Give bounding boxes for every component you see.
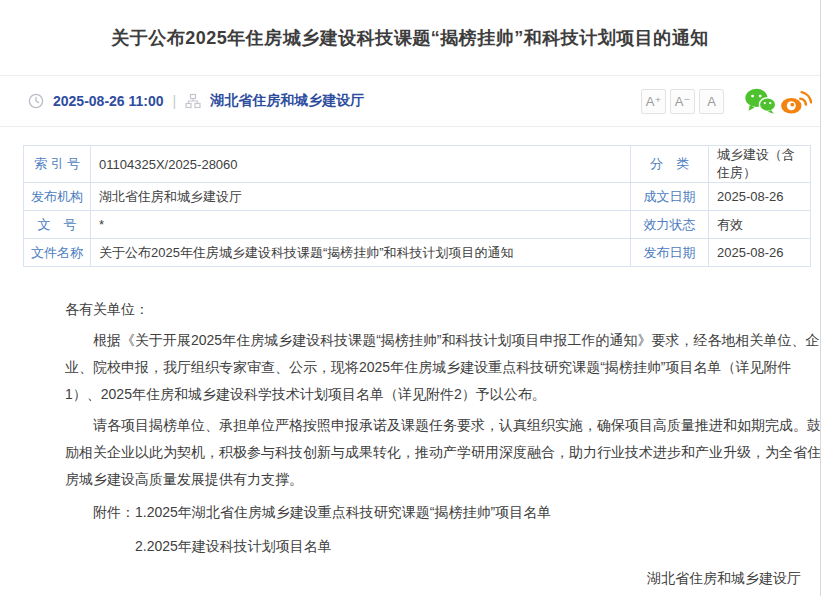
sitemap-icon bbox=[185, 93, 201, 109]
attachments-label: 附件： bbox=[93, 504, 135, 520]
title-bar: 关于公布2025年住房城乡建设科技课题“揭榜挂帅”和科技计划项目的通知 bbox=[0, 0, 820, 76]
salutation: 各有关单位： bbox=[65, 296, 821, 323]
index-number-value: 01104325X/2025-28060 bbox=[91, 146, 631, 183]
font-reset-button[interactable]: A bbox=[699, 89, 724, 114]
table-row: 索 引 号 01104325X/2025-28060 分 类 城乡建设（含住房） bbox=[24, 146, 811, 183]
document-number-value: * bbox=[91, 211, 631, 239]
document-body: 各有关单位： 根据《关于开展2025年住房城乡建设科技课题“揭榜挂帅”和科技计划… bbox=[0, 267, 831, 596]
document-title-label: 文件名称 bbox=[24, 239, 91, 267]
validity-status-value: 有效 bbox=[709, 211, 811, 239]
document-info-table: 索 引 号 01104325X/2025-28060 分 类 城乡建设（含住房）… bbox=[23, 145, 811, 267]
table-row: 发布机构 湖北省住房和城乡建设厅 成文日期 2025-08-26 bbox=[24, 183, 811, 211]
font-decrease-button[interactable]: A⁻ bbox=[670, 89, 695, 114]
table-row: 文 号 * 效力状态 有效 bbox=[24, 211, 811, 239]
clock-icon bbox=[28, 93, 44, 109]
publish-date-value: 2025-08-26 bbox=[709, 239, 811, 267]
meta-separator: | bbox=[173, 93, 177, 109]
index-number-label: 索 引 号 bbox=[24, 146, 91, 183]
document-number-label: 文 号 bbox=[24, 211, 91, 239]
document-title-value: 关于公布2025年住房城乡建设科技课题“揭榜挂帅”和科技计划项目的通知 bbox=[91, 239, 631, 267]
attachment-item: 1.2025年湖北省住房城乡建设重点科技研究课题“揭榜挂帅”项目名单 bbox=[135, 504, 551, 520]
publish-datetime: 2025-08-26 11:00 bbox=[53, 93, 164, 109]
font-increase-button[interactable]: A⁺ bbox=[641, 89, 666, 114]
written-date-label: 成文日期 bbox=[631, 183, 709, 211]
wechat-share-icon[interactable] bbox=[744, 87, 776, 115]
weibo-share-icon[interactable] bbox=[780, 87, 812, 115]
page-title: 关于公布2025年住房城乡建设科技课题“揭榜挂帅”和科技计划项目的通知 bbox=[111, 26, 709, 50]
attachment-line-1: 附件：1.2025年湖北省住房城乡建设重点科技研究课题“揭榜挂帅”项目名单 bbox=[65, 499, 821, 526]
page-right-border bbox=[820, 0, 821, 596]
publish-date-label: 发布日期 bbox=[631, 239, 709, 267]
validity-status-label: 效力状态 bbox=[631, 211, 709, 239]
issuing-agency-value: 湖北省住房和城乡建设厅 bbox=[91, 183, 631, 211]
table-row: 文件名称 关于公布2025年住房城乡建设科技课题“揭榜挂帅”和科技计划项目的通知… bbox=[24, 239, 811, 267]
document-page: 关于公布2025年住房城乡建设科技课题“揭榜挂帅”和科技计划项目的通知 2025… bbox=[0, 0, 831, 596]
category-label: 分 类 bbox=[631, 146, 709, 183]
meta-tools: A⁺ A⁻ A bbox=[641, 87, 812, 115]
written-date-value: 2025-08-26 bbox=[709, 183, 811, 211]
category-value: 城乡建设（含住房） bbox=[709, 146, 811, 183]
attachment-item: 2.2025年建设科技计划项目名单 bbox=[135, 538, 332, 554]
source-organization: 湖北省住房和城乡建设厅 bbox=[210, 92, 364, 110]
body-paragraph: 请各项目揭榜单位、承担单位严格按照申报承诺及课题任务要求，认真组织实施，确保项目… bbox=[65, 412, 821, 493]
body-paragraph: 根据《关于开展2025年住房城乡建设科技课题“揭榜挂帅”和科技计划项目申报工作的… bbox=[65, 327, 821, 408]
attachment-line-2: 2.2025年建设科技计划项目名单 bbox=[65, 533, 821, 560]
meta-bar: 2025-08-26 11:00 | 湖北省住房和城乡建设厅 A⁺ A⁻ A bbox=[0, 76, 820, 127]
meta-info: 2025-08-26 11:00 | 湖北省住房和城乡建设厅 bbox=[28, 92, 364, 110]
issuing-agency-label: 发布机构 bbox=[24, 183, 91, 211]
signature-organization: 湖北省住房和城乡建设厅 bbox=[65, 565, 821, 592]
